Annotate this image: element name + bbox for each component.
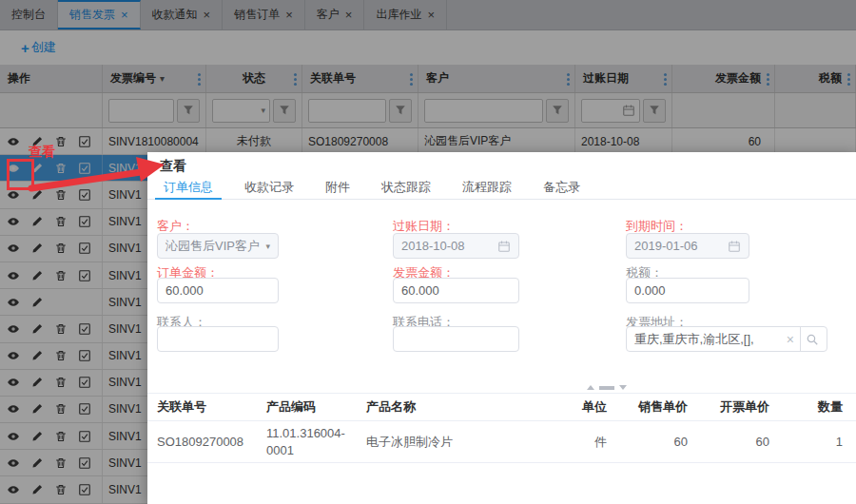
form-search-field[interactable]: 重庆,重庆市,渝北区,[],× xyxy=(626,326,827,352)
annotation-arrow-icon xyxy=(27,152,169,195)
dropdown-caret-icon[interactable]: ▾ xyxy=(265,242,270,251)
panel-resize-handle[interactable] xyxy=(587,385,627,390)
view-invoice-modal: 查看 订单信息收款记录附件状态跟踪流程跟踪备忘录 客户：沁园售后VIP客户▾过账… xyxy=(147,152,856,504)
lines-column-header: 数量 xyxy=(783,396,856,418)
calendar-icon[interactable] xyxy=(728,240,741,253)
address-search-button[interactable] xyxy=(800,327,819,351)
form-field-value: 60.000 xyxy=(165,283,204,298)
form-field-value: 2019-01-06 xyxy=(634,239,698,253)
modal-tab[interactable]: 流程跟踪 xyxy=(457,179,516,199)
lines-column-header: 关联单号 xyxy=(147,396,257,418)
lines-cell: SO1809270008 xyxy=(147,431,257,454)
form-date-field[interactable]: 2019-01-06 xyxy=(626,233,749,259)
modal-tab-bar: 订单信息收款记录附件状态跟踪流程跟踪备忘录 xyxy=(147,179,856,200)
lines-column-header: 销售单价 xyxy=(620,396,701,418)
form-text-field[interactable]: 60.000 xyxy=(393,278,519,303)
collapse-up-icon xyxy=(587,385,594,390)
lines-column-header: 产品编码 xyxy=(257,396,357,418)
lines-body: SO180927000811.01.316004-0001电子冰胆制冷片件606… xyxy=(147,421,856,463)
lines-column-header: 产品名称 xyxy=(357,396,554,418)
form-text-field[interactable] xyxy=(393,326,519,352)
modal-tab[interactable]: 附件 xyxy=(321,179,355,199)
form-field-value: 重庆,重庆市,渝北区,[], xyxy=(634,331,754,348)
lines-header-row: 关联单号产品编码产品名称单位销售单价开票单价数量 xyxy=(147,393,856,421)
form-date-field[interactable]: 2018-10-08 xyxy=(393,233,519,259)
modal-tab[interactable]: 备忘录 xyxy=(538,179,585,199)
clear-icon[interactable]: × xyxy=(787,333,794,346)
modal-tab[interactable]: 收款记录 xyxy=(240,179,299,199)
lines-cell: 11.01.316004-0001 xyxy=(257,422,357,461)
collapse-down-icon xyxy=(619,385,627,390)
form-field-value: 沁园售后VIP客户 xyxy=(165,238,260,255)
form-field-value: 2018-10-08 xyxy=(401,239,465,253)
lines-column-header: 单位 xyxy=(554,396,620,418)
form-text-field[interactable]: 60.000 xyxy=(157,278,279,303)
screen: 控制台销售发票×收款通知×销售订单×客户×出库作业× +创建 操作发票编号▾状态… xyxy=(0,0,856,504)
form-field-value: 0.000 xyxy=(634,283,666,298)
lines-column-header: 开票单价 xyxy=(701,396,783,418)
calendar-icon[interactable] xyxy=(497,240,511,253)
modal-tab[interactable]: 状态跟踪 xyxy=(377,179,436,199)
lines-cell: 60 xyxy=(620,431,701,454)
drag-bar-icon xyxy=(599,386,614,390)
lines-cell: 电子冰胆制冷片 xyxy=(357,431,554,454)
lines-cell: 1 xyxy=(783,431,856,454)
invoice-lines-table: 关联单号产品编码产品名称单位销售单价开票单价数量 SO180927000811.… xyxy=(147,393,856,463)
form-text-field[interactable] xyxy=(157,326,279,352)
lines-cell: 件 xyxy=(554,431,620,454)
lines-row[interactable]: SO180927000811.01.316004-0001电子冰胆制冷片件606… xyxy=(147,421,856,463)
lines-cell: 60 xyxy=(701,431,783,454)
form-field-value: 60.000 xyxy=(401,283,439,298)
search-magnifier-icon xyxy=(806,333,819,346)
form-text-field[interactable]: 0.000 xyxy=(626,278,749,303)
form-select-field[interactable]: 沁园售后VIP客户▾ xyxy=(157,233,279,259)
